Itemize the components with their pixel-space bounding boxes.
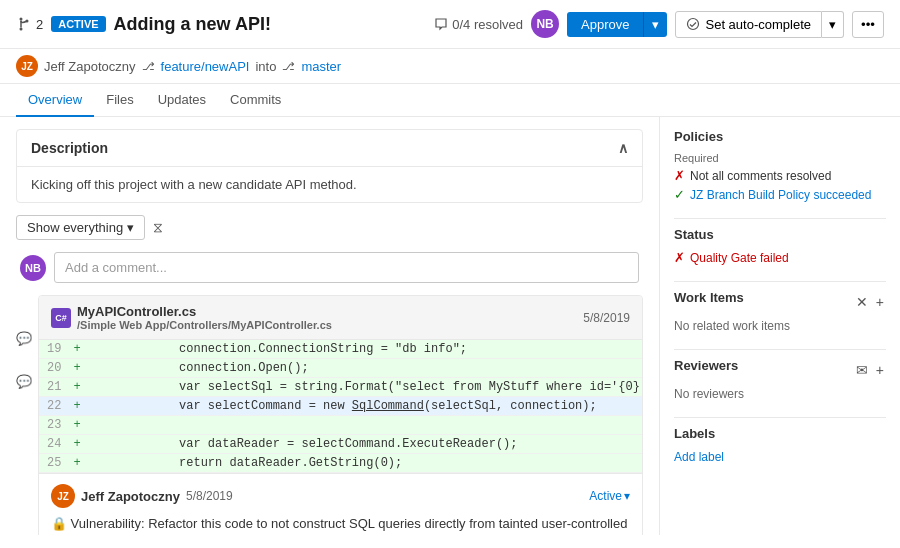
work-items-title: Work Items [674, 290, 744, 305]
description-header: Description ∧ [17, 130, 642, 167]
tab-commits[interactable]: Commits [218, 84, 293, 117]
status-item-quality: ✗ Quality Gate failed [674, 250, 886, 265]
filter-icon[interactable]: ⧖ [153, 219, 163, 236]
description-card: Description ∧ Kicking off this project w… [16, 129, 643, 203]
svg-point-1 [20, 28, 23, 31]
svg-point-4 [688, 19, 699, 30]
reviewers-title: Reviewers [674, 358, 738, 373]
add-label-link[interactable]: Add label [674, 450, 724, 464]
diff-date: 5/8/2019 [583, 311, 630, 325]
diff-filename-group: C# MyAPIController.cs /Simple Web App/Co… [51, 304, 332, 331]
pr-icon-group: 2 [16, 16, 43, 32]
no-work-items: No related work items [674, 319, 886, 333]
source-branch[interactable]: feature/newAPI [161, 59, 250, 74]
inline-comment-body: JZ Jeff Zapotoczny 5/8/2019 Active ▾ 🔒 V… [39, 474, 642, 535]
diff-row: 💬 💬 C# MyAPIController.cs /Simple Web Ap… [16, 295, 643, 535]
approve-btn-group: Approve ▾ [567, 12, 667, 37]
add-work-item-button[interactable]: + [874, 292, 886, 312]
add-comment-row: NB Add a comment... [16, 252, 643, 283]
work-items-header: Work Items ✕ + [674, 290, 886, 313]
status-title: Status [674, 227, 886, 242]
diff-path: /Simple Web App/Controllers/MyAPIControl… [77, 319, 332, 331]
policy-item-build: ✓ JZ Branch Build Policy succeeded [674, 187, 886, 202]
comment-icon [434, 17, 448, 31]
remove-work-item-button[interactable]: ✕ [854, 292, 870, 312]
diff-comment-icon[interactable]: 💬 [16, 331, 32, 346]
pr-number: 2 [36, 17, 43, 32]
pr-title: Adding a new API! [114, 14, 271, 35]
approve-dropdown-button[interactable]: ▾ [643, 12, 667, 37]
show-filter-dropdown[interactable]: Show everything ▾ [16, 215, 145, 240]
more-options-button[interactable]: ••• [852, 11, 884, 38]
autocomplete-button[interactable]: Set auto-complete [675, 11, 822, 38]
add-comment-input[interactable]: Add a comment... [54, 252, 639, 283]
policies-section: Policies Required ✗ Not all comments res… [674, 129, 886, 202]
dropdown-arrow-icon: ▾ [127, 220, 134, 235]
autocomplete-icon [686, 17, 700, 31]
reviewers-section: Reviewers ✉ + No reviewers [674, 358, 886, 401]
header: 2 ACTIVE Adding a new API! 0/4 resolved … [0, 0, 900, 49]
quality-gate-link[interactable]: Quality Gate failed [690, 251, 789, 265]
branch-icon: ⎇ [142, 60, 155, 73]
error-icon: ✗ [674, 168, 685, 183]
target-branch-icon: ⎇ [282, 60, 295, 73]
code-table: 19 + connection.ConnectionString = "db i… [39, 340, 643, 473]
inline-comment: JZ Jeff Zapotoczny 5/8/2019 Active ▾ 🔒 V… [39, 473, 642, 535]
comment-text: 🔒 Vulnerability: Refactor this code to n… [51, 514, 630, 535]
autocomplete-btn-group: Set auto-complete ▾ [675, 11, 844, 38]
svg-point-0 [20, 18, 23, 21]
approve-button[interactable]: Approve [567, 12, 643, 37]
table-row: 23 + [39, 416, 643, 435]
diff-card-header: C# MyAPIController.cs /Simple Web App/Co… [39, 296, 642, 340]
current-user-avatar: NB [20, 255, 46, 281]
filter-bar: Show everything ▾ ⧖ [16, 215, 643, 240]
autocomplete-dropdown-button[interactable]: ▾ [822, 11, 844, 38]
diff-comment-icon-2[interactable]: 💬 [16, 374, 32, 389]
main-layout: Description ∧ Kicking off this project w… [0, 117, 900, 535]
status-chevron-icon: ▾ [624, 489, 630, 503]
no-reviewers: No reviewers [674, 387, 886, 401]
policies-title: Policies [674, 129, 886, 144]
check-icon: ✓ [674, 187, 685, 202]
comment-author: Jeff Zapotoczny [81, 489, 180, 504]
reviewers-actions: ✉ + [854, 360, 886, 380]
tab-updates[interactable]: Updates [146, 84, 218, 117]
build-policy-link[interactable]: JZ Branch Build Policy succeeded [690, 188, 871, 202]
labels-title: Labels [674, 426, 886, 441]
resolved-count: 0/4 resolved [434, 17, 523, 32]
work-items-actions: ✕ + [854, 292, 886, 312]
add-reviewer-button[interactable]: + [874, 360, 886, 380]
nav-tabs: Overview Files Updates Commits [0, 84, 900, 117]
table-row: 20 + connection.Open(); [39, 359, 643, 378]
author-name: Jeff Zapotoczny [44, 59, 136, 74]
status-error-icon: ✗ [674, 250, 685, 265]
comment-status[interactable]: Active ▾ [589, 489, 630, 503]
table-row: 21 + var selectSql = string.Format("sele… [39, 378, 643, 397]
pr-icon [16, 16, 32, 32]
target-branch[interactable]: master [301, 59, 341, 74]
comment-meta: JZ Jeff Zapotoczny 5/8/2019 Active ▾ [51, 484, 630, 508]
diff-card: C# MyAPIController.cs /Simple Web App/Co… [38, 295, 643, 535]
table-row: 25 + return dataReader.GetString(0); [39, 454, 643, 473]
header-actions: 0/4 resolved NB Approve ▾ Set auto-compl… [434, 10, 884, 38]
sub-header: JZ Jeff Zapotoczny ⎇ feature/newAPI into… [0, 49, 900, 84]
work-items-section: Work Items ✕ + No related work items [674, 290, 886, 333]
policy-item-comments: ✗ Not all comments resolved [674, 168, 886, 183]
tab-files[interactable]: Files [94, 84, 145, 117]
comment-date: 5/8/2019 [186, 489, 233, 503]
description-body: Kicking off this project with a new cand… [17, 167, 642, 202]
right-panel: Policies Required ✗ Not all comments res… [660, 117, 900, 535]
divider-4 [674, 417, 886, 418]
divider-2 [674, 281, 886, 282]
email-reviewer-button[interactable]: ✉ [854, 360, 870, 380]
status-section: Status ✗ Quality Gate failed [674, 227, 886, 265]
active-badge: ACTIVE [51, 16, 105, 32]
collapse-icon[interactable]: ∧ [618, 140, 628, 156]
labels-section: Labels Add label [674, 426, 886, 464]
required-label: Required [674, 152, 886, 164]
tab-overview[interactable]: Overview [16, 84, 94, 117]
description-title: Description [31, 140, 108, 156]
divider-1 [674, 218, 886, 219]
diff-filename: MyAPIController.cs [77, 304, 332, 319]
table-row: 19 + connection.ConnectionString = "db i… [39, 340, 643, 359]
